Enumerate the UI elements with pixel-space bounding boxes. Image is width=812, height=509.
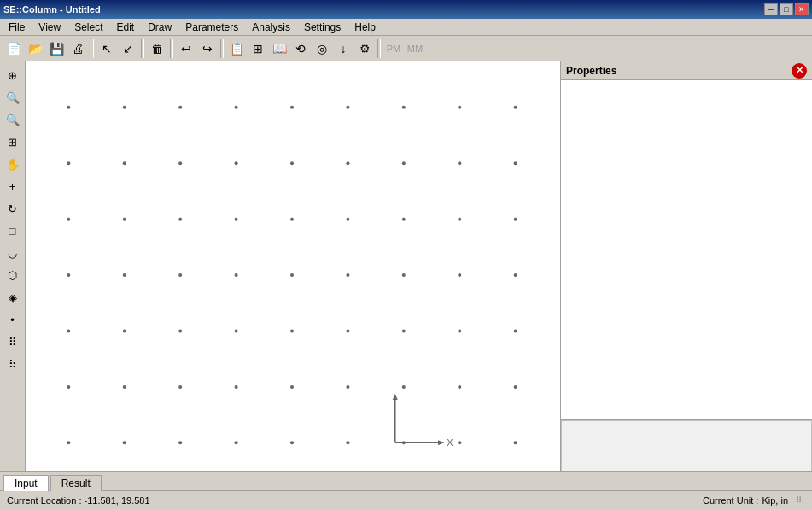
rotate-toolbar-btn[interactable]: ⟲ bbox=[290, 38, 311, 59]
svg-point-36 bbox=[402, 273, 406, 277]
copy-toolbar-btn[interactable]: 📋 bbox=[226, 38, 247, 59]
svg-point-21 bbox=[123, 218, 126, 221]
arc-left-btn[interactable]: ◡ bbox=[3, 243, 23, 263]
minimize-button[interactable]: ─ bbox=[764, 3, 778, 15]
svg-point-60 bbox=[67, 441, 70, 444]
svg-point-32 bbox=[178, 273, 182, 277]
svg-point-54 bbox=[290, 385, 294, 389]
svg-point-52 bbox=[178, 385, 182, 389]
select-arrow-toolbar-btn[interactable]: ↖ bbox=[96, 38, 117, 59]
svg-point-16 bbox=[402, 161, 406, 165]
book-toolbar-btn[interactable]: 📖 bbox=[269, 38, 289, 59]
pan-left-btn[interactable]: ✋ bbox=[3, 154, 23, 174]
rotate-left-btn[interactable]: ↻ bbox=[3, 198, 23, 219]
pm-button[interactable]: PM bbox=[383, 38, 404, 59]
svg-point-35 bbox=[346, 273, 349, 277]
save-toolbar-btn[interactable]: 💾 bbox=[46, 38, 67, 59]
menu-item-parameters[interactable]: Parameters bbox=[178, 19, 245, 36]
svg-point-38 bbox=[514, 273, 517, 277]
location-info: Current Location : -11.581, 19.581 bbox=[7, 495, 150, 506]
location-value: -11.581, 19.581 bbox=[85, 495, 150, 506]
svg-point-31 bbox=[123, 273, 126, 277]
new-toolbar-btn[interactable]: 📄 bbox=[3, 38, 24, 59]
svg-point-57 bbox=[458, 385, 461, 389]
svg-point-34 bbox=[290, 273, 294, 277]
svg-point-43 bbox=[235, 329, 238, 332]
svg-point-33 bbox=[235, 273, 238, 277]
svg-point-15 bbox=[346, 161, 349, 165]
point-left-btn[interactable]: • bbox=[3, 309, 23, 330]
svg-point-25 bbox=[346, 218, 349, 221]
svg-point-48 bbox=[514, 329, 517, 332]
delete-toolbar-btn[interactable]: 🗑 bbox=[147, 38, 167, 59]
location-label: Current Location : bbox=[7, 495, 85, 506]
menu-item-analysis[interactable]: Analysis bbox=[245, 19, 297, 36]
svg-point-47 bbox=[458, 329, 461, 332]
menu-item-help[interactable]: Help bbox=[348, 19, 383, 36]
menu-item-file[interactable]: File bbox=[2, 19, 32, 36]
menu-item-select[interactable]: Select bbox=[67, 19, 109, 36]
zoom-fit-left-btn[interactable]: ⊕ bbox=[3, 65, 23, 85]
menu-bar: FileViewSelectEditDrawParametersAnalysis… bbox=[0, 19, 812, 36]
orbit-toolbar-btn[interactable]: ◎ bbox=[312, 38, 332, 59]
svg-point-18 bbox=[514, 161, 517, 165]
node-left-btn[interactable]: ◈ bbox=[3, 287, 23, 307]
bottom-tabs: InputResult bbox=[0, 471, 812, 490]
svg-point-63 bbox=[235, 441, 238, 444]
svg-point-26 bbox=[402, 218, 406, 221]
properties-title: Properties bbox=[566, 65, 616, 77]
toolbar-separator bbox=[91, 39, 94, 58]
grid-dots-left-btn[interactable]: ⠿ bbox=[3, 331, 23, 352]
zoom-out-left-btn[interactable]: 🔍 bbox=[3, 109, 23, 130]
open-toolbar-btn[interactable]: 📂 bbox=[25, 38, 45, 59]
svg-point-45 bbox=[346, 329, 349, 332]
canvas-area[interactable]: X bbox=[26, 61, 560, 471]
properties-content bbox=[561, 80, 812, 420]
print-toolbar-btn[interactable]: 🖨 bbox=[67, 38, 88, 59]
svg-point-42 bbox=[178, 329, 182, 332]
undo-toolbar-btn[interactable]: ↩ bbox=[176, 38, 196, 59]
svg-point-58 bbox=[514, 385, 517, 389]
svg-point-46 bbox=[402, 329, 406, 332]
svg-point-8 bbox=[514, 106, 517, 109]
title-text: SE::Column - Untitled bbox=[3, 4, 101, 15]
svg-point-51 bbox=[123, 385, 126, 389]
grid-nodes-left-btn[interactable]: ⠷ bbox=[3, 354, 23, 374]
polygon-left-btn[interactable]: ⬡ bbox=[3, 265, 23, 285]
unit-value: Kip, in bbox=[762, 495, 788, 506]
properties-panel: Properties ✕ bbox=[560, 61, 812, 471]
down-arrow-toolbar-btn[interactable]: ↓ bbox=[333, 38, 353, 59]
mm-button[interactable]: MM bbox=[405, 38, 425, 59]
select-node-toolbar-btn[interactable]: ↙ bbox=[118, 38, 138, 59]
zoom-extent-left-btn[interactable]: ⊞ bbox=[3, 132, 23, 152]
zoom-in-left-btn[interactable]: 🔍 bbox=[3, 87, 23, 108]
svg-text:X: X bbox=[447, 437, 453, 448]
svg-point-1 bbox=[123, 106, 126, 109]
svg-point-7 bbox=[458, 106, 461, 109]
resize-handle: ⠿ bbox=[792, 494, 805, 507]
redo-toolbar-btn[interactable]: ↪ bbox=[197, 38, 218, 59]
toolbar-separator bbox=[170, 39, 173, 58]
toolbar: 📄📂💾🖨↖↙🗑↩↪📋⊞📖⟲◎↓⚙PMMM bbox=[0, 36, 812, 61]
settings-toolbar-btn[interactable]: ⚙ bbox=[354, 38, 375, 59]
menu-item-settings[interactable]: Settings bbox=[297, 19, 348, 36]
svg-point-56 bbox=[402, 385, 406, 389]
properties-close-button[interactable]: ✕ bbox=[792, 63, 807, 79]
svg-point-44 bbox=[290, 329, 294, 332]
tab-input[interactable]: Input bbox=[3, 475, 49, 491]
title-controls: ─ □ ✕ bbox=[764, 3, 809, 15]
maximize-button[interactable]: □ bbox=[780, 3, 793, 15]
svg-point-30 bbox=[67, 273, 70, 277]
rectangle-left-btn[interactable]: □ bbox=[3, 220, 23, 241]
svg-point-28 bbox=[514, 218, 517, 221]
menu-item-view[interactable]: View bbox=[32, 19, 67, 36]
close-button[interactable]: ✕ bbox=[795, 3, 809, 15]
menu-item-edit[interactable]: Edit bbox=[110, 19, 142, 36]
svg-point-65 bbox=[346, 441, 349, 444]
distribute-toolbar-btn[interactable]: ⊞ bbox=[248, 38, 268, 59]
add-left-btn[interactable]: + bbox=[3, 176, 23, 196]
menu-item-draw[interactable]: Draw bbox=[141, 19, 178, 36]
tab-result[interactable]: Result bbox=[50, 475, 102, 491]
svg-point-22 bbox=[178, 218, 182, 221]
svg-point-13 bbox=[235, 161, 238, 165]
